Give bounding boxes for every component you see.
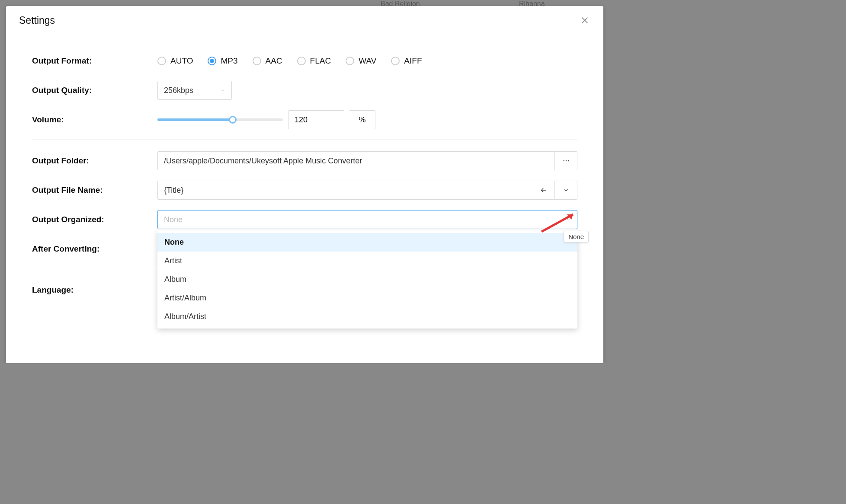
radio-icon bbox=[157, 57, 166, 65]
radio-format-wav[interactable]: WAV bbox=[346, 56, 376, 66]
radio-icon bbox=[391, 57, 400, 65]
output-quality-value: 256kbps bbox=[164, 86, 193, 95]
radio-icon bbox=[346, 57, 354, 65]
row-output-quality: Output Quality: 256kbps bbox=[32, 81, 577, 100]
svg-point-0 bbox=[563, 160, 564, 161]
output-quality-select[interactable]: 256kbps bbox=[157, 81, 232, 100]
radio-label: MP3 bbox=[221, 56, 237, 66]
svg-point-2 bbox=[568, 160, 569, 161]
radio-label: AIFF bbox=[404, 56, 422, 66]
label-output-folder: Output Folder: bbox=[32, 156, 157, 166]
dropdown-option[interactable]: Artist bbox=[157, 252, 577, 270]
radio-icon bbox=[253, 57, 261, 65]
output-filename-value: {Title} bbox=[164, 186, 183, 195]
label-output-quality: Output Quality: bbox=[32, 86, 157, 95]
row-output-format: Output Format: AUTOMP3AACFLACWAVAIFF bbox=[32, 51, 577, 70]
svg-point-1 bbox=[565, 160, 566, 161]
close-icon bbox=[580, 16, 590, 25]
tooltip: None bbox=[564, 231, 589, 242]
output-organized-placeholder: None bbox=[164, 215, 183, 224]
dropdown-option[interactable]: Album bbox=[157, 270, 577, 289]
radio-icon bbox=[297, 57, 306, 65]
row-output-organized: Output Organized: None NoneArtistAlbumAr… bbox=[32, 210, 577, 229]
output-folder-input[interactable]: /Users/apple/Documents/Ukeysoft Apple Mu… bbox=[157, 151, 555, 170]
output-organized-dropdown: NoneArtistAlbumArtist/AlbumAlbum/Artist bbox=[157, 230, 577, 329]
modal-title: Settings bbox=[19, 15, 55, 26]
label-after-converting: After Converting: bbox=[32, 244, 157, 254]
radio-format-auto[interactable]: AUTO bbox=[157, 56, 193, 66]
output-folder-value: /Users/apple/Documents/Ukeysoft Apple Mu… bbox=[164, 156, 362, 166]
radio-format-aac[interactable]: AAC bbox=[253, 56, 282, 66]
radio-label: AAC bbox=[266, 56, 282, 66]
label-output-format: Output Format: bbox=[32, 56, 157, 66]
ellipsis-icon bbox=[562, 157, 570, 165]
volume-input[interactable] bbox=[288, 110, 344, 129]
radio-icon bbox=[208, 57, 216, 65]
radio-format-mp3[interactable]: MP3 bbox=[208, 56, 237, 66]
radio-format-aiff[interactable]: AIFF bbox=[391, 56, 422, 66]
label-output-filename: Output File Name: bbox=[32, 185, 157, 195]
filename-undo-button[interactable] bbox=[532, 181, 555, 200]
row-output-folder: Output Folder: /Users/apple/Documents/Uk… bbox=[32, 151, 577, 170]
chevron-down-icon bbox=[220, 88, 225, 93]
arrow-left-icon bbox=[540, 186, 548, 194]
radio-format-flac[interactable]: FLAC bbox=[297, 56, 331, 66]
browse-folder-button[interactable] bbox=[555, 151, 577, 170]
dropdown-option[interactable]: Artist/Album bbox=[157, 289, 577, 307]
close-button[interactable] bbox=[578, 14, 591, 27]
dropdown-option[interactable]: Album/Artist bbox=[157, 307, 577, 326]
label-language: Language: bbox=[32, 285, 157, 295]
output-organized-select[interactable]: None bbox=[157, 210, 577, 229]
volume-slider-thumb[interactable] bbox=[229, 116, 237, 124]
divider bbox=[32, 140, 577, 140]
volume-slider-fill bbox=[157, 118, 233, 121]
radio-label: AUTO bbox=[170, 56, 193, 66]
chevron-down-icon bbox=[563, 187, 569, 193]
dropdown-option[interactable]: None bbox=[157, 233, 577, 252]
filename-options-button[interactable] bbox=[555, 181, 577, 200]
label-output-organized: Output Organized: bbox=[32, 215, 157, 224]
row-volume: Volume: % bbox=[32, 110, 577, 129]
radio-label: FLAC bbox=[310, 56, 331, 66]
modal-body: Output Format: AUTOMP3AACFLACWAVAIFF Out… bbox=[6, 34, 603, 300]
chevron-down-icon bbox=[566, 217, 571, 222]
row-output-filename: Output File Name: {Title} bbox=[32, 181, 577, 200]
radio-label: WAV bbox=[359, 56, 376, 66]
output-format-radio-group: AUTOMP3AACFLACWAVAIFF bbox=[157, 56, 422, 66]
settings-modal: Settings Output Format: AUTOMP3AACFLACWA… bbox=[6, 6, 603, 363]
label-volume: Volume: bbox=[32, 115, 157, 124]
modal-header: Settings bbox=[6, 6, 603, 34]
output-filename-input[interactable]: {Title} bbox=[157, 181, 532, 200]
volume-slider[interactable] bbox=[157, 118, 283, 121]
volume-unit: % bbox=[349, 110, 375, 129]
